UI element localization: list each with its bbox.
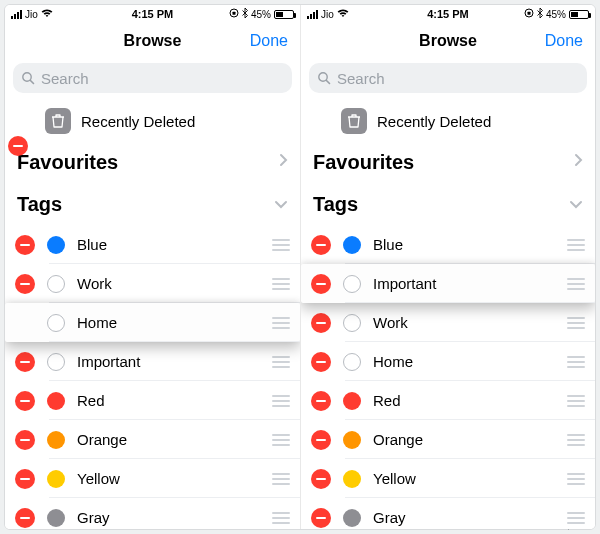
delete-control[interactable] bbox=[311, 391, 331, 411]
search-input[interactable]: Search bbox=[13, 63, 292, 93]
tag-row[interactable]: Blue bbox=[5, 225, 300, 264]
status-bar: Jio 4:15 PM 45% bbox=[301, 5, 595, 23]
reorder-handle-icon[interactable] bbox=[268, 239, 290, 251]
delete-control[interactable] bbox=[15, 391, 35, 411]
nav-bar: Browse Done bbox=[5, 23, 300, 59]
battery-icon bbox=[569, 10, 589, 19]
tag-label: Red bbox=[77, 392, 256, 409]
tag-row[interactable]: Red bbox=[301, 381, 595, 420]
clock: 4:15 PM bbox=[301, 8, 595, 20]
reorder-handle-icon[interactable] bbox=[268, 356, 290, 368]
tag-label: Work bbox=[77, 275, 256, 292]
delete-control[interactable] bbox=[311, 235, 331, 255]
search-placeholder: Search bbox=[337, 70, 385, 87]
left-screenshot: Jio 4:15 PM 45% Browse Done bbox=[5, 5, 300, 529]
reorder-handle-icon[interactable] bbox=[268, 317, 290, 329]
tag-label: Gray bbox=[373, 509, 551, 526]
tag-row[interactable]: Orange bbox=[301, 420, 595, 459]
favourites-title: Favourites bbox=[17, 151, 118, 174]
chevron-right-icon bbox=[279, 153, 288, 171]
reorder-handle-icon[interactable] bbox=[563, 512, 585, 524]
tag-color-orange bbox=[343, 431, 361, 449]
chevron-down-icon bbox=[274, 195, 288, 213]
page-title: Browse bbox=[124, 32, 182, 50]
tag-color-blue bbox=[47, 236, 65, 254]
tag-color-red bbox=[47, 392, 65, 410]
tag-row[interactable]: Work bbox=[301, 303, 595, 342]
delete-control-floating[interactable] bbox=[8, 136, 28, 156]
tags-section-header[interactable]: Tags bbox=[301, 183, 595, 225]
search-placeholder: Search bbox=[41, 70, 89, 87]
tag-label: Orange bbox=[77, 431, 256, 448]
reorder-handle-icon[interactable] bbox=[563, 239, 585, 251]
recently-deleted-row[interactable]: Recently Deleted bbox=[301, 101, 595, 141]
reorder-handle-icon[interactable] bbox=[563, 317, 585, 329]
chevron-down-icon bbox=[569, 195, 583, 213]
tag-color-none bbox=[343, 353, 361, 371]
reorder-handle-icon[interactable] bbox=[563, 473, 585, 485]
reorder-handle-icon[interactable] bbox=[563, 434, 585, 446]
tag-row[interactable]: Orange bbox=[5, 420, 300, 459]
tag-row[interactable]: Gray bbox=[301, 498, 595, 529]
right-screenshot: Jio 4:15 PM 45% Browse Done bbox=[300, 5, 595, 529]
done-button[interactable]: Done bbox=[250, 23, 288, 59]
reorder-handle-icon[interactable] bbox=[563, 395, 585, 407]
tag-row[interactable]: Red bbox=[5, 381, 300, 420]
tag-row[interactable]: Yellow bbox=[5, 459, 300, 498]
favourites-section-header[interactable]: Favourites bbox=[301, 141, 595, 183]
tags-title: Tags bbox=[313, 193, 358, 216]
delete-control[interactable] bbox=[15, 235, 35, 255]
tag-row[interactable]: Home bbox=[5, 303, 300, 342]
tag-color-yellow bbox=[47, 470, 65, 488]
battery-icon bbox=[274, 10, 294, 19]
reorder-handle-icon[interactable] bbox=[268, 395, 290, 407]
tag-color-gray bbox=[343, 509, 361, 527]
tag-color-none bbox=[343, 314, 361, 332]
delete-control[interactable] bbox=[15, 274, 35, 294]
tag-color-blue bbox=[343, 236, 361, 254]
tag-label: Important bbox=[77, 353, 256, 370]
done-button[interactable]: Done bbox=[545, 23, 583, 59]
status-bar: Jio 4:15 PM 45% bbox=[5, 5, 300, 23]
tag-row[interactable]: Blue bbox=[301, 225, 595, 264]
reorder-handle-icon[interactable] bbox=[268, 434, 290, 446]
page-title: Browse bbox=[419, 32, 477, 50]
tags-section-header[interactable]: Tags bbox=[5, 183, 300, 225]
delete-control[interactable] bbox=[15, 508, 35, 528]
favourites-title: Favourites bbox=[313, 151, 414, 174]
tag-color-none bbox=[47, 314, 65, 332]
delete-control[interactable] bbox=[311, 469, 331, 489]
tags-title: Tags bbox=[17, 193, 62, 216]
recently-deleted-row[interactable]: Recently Deleted bbox=[5, 101, 300, 141]
tag-label: Orange bbox=[373, 431, 551, 448]
delete-control[interactable] bbox=[311, 274, 331, 294]
favourites-section-header[interactable]: Favourites bbox=[5, 141, 300, 183]
delete-control[interactable] bbox=[15, 469, 35, 489]
delete-control[interactable] bbox=[311, 508, 331, 528]
reorder-handle-icon[interactable] bbox=[268, 512, 290, 524]
reorder-handle-icon[interactable] bbox=[563, 278, 585, 290]
tag-color-yellow bbox=[343, 470, 361, 488]
delete-control[interactable] bbox=[311, 430, 331, 450]
tag-label: Blue bbox=[77, 236, 256, 253]
tag-row[interactable]: Important bbox=[301, 264, 595, 303]
nav-bar: Browse Done bbox=[301, 23, 595, 59]
delete-control[interactable] bbox=[311, 352, 331, 372]
reorder-handle-icon[interactable] bbox=[563, 356, 585, 368]
search-input[interactable]: Search bbox=[309, 63, 587, 93]
delete-control[interactable] bbox=[15, 352, 35, 372]
tag-row[interactable]: Work bbox=[5, 264, 300, 303]
tag-label: Yellow bbox=[373, 470, 551, 487]
delete-control[interactable] bbox=[311, 313, 331, 333]
tag-row[interactable]: Gray bbox=[5, 498, 300, 529]
tag-row[interactable]: Yellow bbox=[301, 459, 595, 498]
reorder-handle-icon[interactable] bbox=[268, 278, 290, 290]
tag-row[interactable]: Important bbox=[5, 342, 300, 381]
chevron-right-icon bbox=[574, 153, 583, 171]
tag-color-red bbox=[343, 392, 361, 410]
tag-row[interactable]: Home bbox=[301, 342, 595, 381]
delete-control[interactable] bbox=[15, 430, 35, 450]
reorder-handle-icon[interactable] bbox=[268, 473, 290, 485]
svg-line-3 bbox=[30, 80, 33, 83]
trash-icon bbox=[45, 108, 71, 134]
